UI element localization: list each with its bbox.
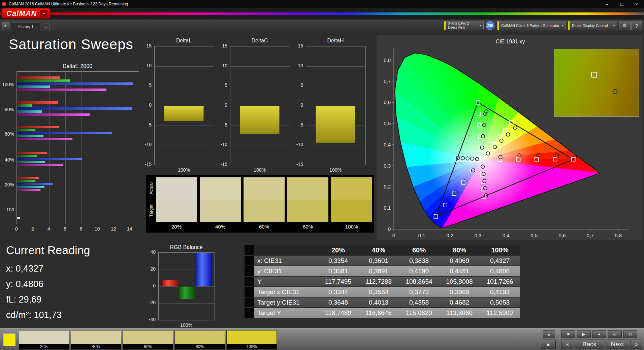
back-button[interactable]: Back — [575, 340, 604, 349]
delta-chart-y-tick: -5 — [213, 122, 227, 128]
deltae-x-tick: 2 — [28, 226, 38, 232]
deltae-bar-blue — [17, 82, 133, 85]
deltae-bar-blue — [17, 132, 112, 134]
add-tab-button[interactable]: + — [42, 24, 50, 31]
rgb-balance-y-tick: 40 — [143, 249, 156, 255]
tab-history-1[interactable]: History 1 — [11, 22, 40, 31]
delta-chart-gridline — [230, 86, 290, 86]
deltae-gridline — [49, 72, 50, 224]
deltae-2000-chart: DeltaE 200002468101214100%80%60%40%20%10… — [0, 63, 146, 236]
deltae-x-tick: 14 — [125, 226, 135, 232]
close-button[interactable]: × — [629, 0, 644, 8]
cie-x-tick: 0,6 — [559, 233, 566, 238]
next-button[interactable]: Next — [606, 340, 629, 349]
window-controls: – □ × — [600, 0, 644, 8]
table-row-strip — [245, 287, 254, 298]
delta-chart-y-tick: -5 — [137, 122, 152, 128]
maximize-button[interactable]: □ — [614, 0, 629, 8]
table-cell: 0,4069 — [439, 256, 480, 266]
delta-chart-gridline — [306, 86, 365, 86]
cie-y-tick: 0,3 — [384, 163, 391, 169]
play-button[interactable]: ▶ — [577, 330, 591, 338]
link-button[interactable]: ◎ — [623, 330, 637, 338]
bottom-swatch-80%[interactable]: 80% — [174, 330, 225, 350]
bottom-swatch-20%[interactable]: 20% — [19, 330, 69, 350]
measurement-table: 20%40%60%80%100%x: CIE310,33540,36010,38… — [245, 245, 520, 318]
double-chevron-right-icon: » — [635, 341, 638, 347]
deltae-bar-cyan — [17, 161, 45, 163]
record-button[interactable]: ● — [592, 330, 606, 338]
table-cell: 0,3564 — [358, 287, 399, 298]
help-button[interactable]: ? — [631, 21, 642, 30]
calman-logo-menu[interactable]: CalMAN ▾ — [2, 8, 50, 19]
saturation-swatch-strip: 20%40%60%80%100% — [19, 330, 285, 350]
layout-panel-button[interactable]: ■ — [541, 340, 556, 349]
table-cell: 0,3773 — [399, 287, 439, 298]
table-cell: 0,3838 — [399, 256, 439, 266]
current-color-swatch[interactable] — [3, 334, 15, 346]
deltae-gridline — [114, 72, 114, 224]
delta-chart-y-tick: -10 — [137, 142, 152, 147]
cie-zoom-inset — [554, 49, 639, 117]
delta-chart-y-tick: -15 — [289, 162, 303, 167]
delta-chart-y-tick: 0 — [213, 102, 227, 108]
panel-toggle-button[interactable]: ▶ — [2, 22, 9, 29]
display-control-dropdown[interactable]: Direct Display Control ▾ — [568, 21, 617, 30]
deltae-x-tick: 12 — [108, 226, 119, 232]
deltae-plot — [17, 71, 139, 224]
deltae-x-tick: 8 — [76, 226, 86, 232]
minimize-button[interactable]: – — [600, 0, 614, 8]
table-row-label: Target y:CIE31 — [254, 298, 318, 308]
rgb-balance-bar-blue — [195, 253, 212, 286]
pattern-generator-label: CalMAN Client 3 Pattern Generator — [501, 24, 559, 28]
stop-button[interactable]: ■ — [561, 330, 575, 338]
layout-up-button[interactable]: ▲ — [543, 330, 555, 338]
delta-h-chart: DeltaH151050-5-10-15100% — [289, 38, 370, 176]
pattern-generator-dropdown[interactable]: CalMAN Client 3 Pattern Generator ▾ — [497, 21, 566, 30]
deltae-bar-green — [17, 104, 32, 107]
swatch-column-label: 40% — [200, 224, 241, 230]
deltae-bar-red — [17, 177, 39, 179]
table-header-spacer — [254, 245, 318, 256]
bottom-swatch-100%[interactable]: 100% — [226, 330, 277, 350]
inset-measured-circle — [613, 89, 618, 94]
cie-y-tick: 0 — [388, 226, 391, 232]
delta-chart-plot — [306, 46, 366, 165]
delta-chart-y-tick: 10 — [289, 63, 303, 68]
bottom-swatch-40%[interactable]: 40% — [71, 330, 121, 350]
rgb-balance-plot — [158, 252, 215, 320]
settings-button[interactable]: ⚙ — [619, 21, 631, 30]
loop-button[interactable]: ∞ — [608, 330, 622, 338]
table-cell: 0,4190 — [399, 266, 439, 277]
deltae-x-tick: 10 — [92, 226, 102, 232]
bottom-swatch-label: 60% — [123, 344, 173, 349]
meter-stripe — [444, 21, 446, 30]
skip-back-button[interactable]: « — [561, 340, 573, 349]
double-chevron-left-icon: « — [566, 341, 569, 347]
deltae-y-tick: 40% — [0, 157, 14, 163]
swatch-column-label: 100% — [331, 224, 372, 230]
deltae-bar-red — [17, 152, 47, 154]
delta-chart-gridline — [230, 145, 290, 145]
rgb-balance-y-tick: -20 — [143, 300, 156, 305]
table-cell: 0,3648 — [318, 298, 358, 308]
meter-labels: X-Rite i1Pro 2 Direct View — [448, 22, 469, 30]
rgb-balance-y-tick: 0 — [143, 283, 156, 288]
deltae-bar-red — [17, 126, 59, 128]
table-cell: 0,3601 — [358, 256, 399, 266]
calman-logo-text: CalMAN — [6, 9, 40, 18]
deltae-bar-magenta — [17, 138, 72, 140]
delta-chart-x-label: 100% — [306, 167, 365, 173]
skip-forward-button[interactable]: » — [631, 340, 642, 349]
table-row-label: y: CIE31 — [254, 266, 318, 277]
current-reading: Current Reading x: 0,4327 y: 0,4806 fL: … — [6, 244, 90, 325]
delta-chart-gridline — [155, 145, 214, 145]
bottom-swatch-60%[interactable]: 60% — [123, 330, 173, 350]
table-row-strip — [245, 308, 254, 318]
reading-x: x: 0,4327 — [6, 264, 90, 274]
table-header: 80% — [439, 245, 480, 256]
table-cell: 0,4327 — [480, 256, 520, 266]
meter-dropdown[interactable]: X-Rite i1Pro 2 Direct View ▾ — [444, 21, 484, 30]
table-cell: 116,6645 — [358, 308, 399, 318]
delta-chart-gridline — [155, 66, 214, 67]
